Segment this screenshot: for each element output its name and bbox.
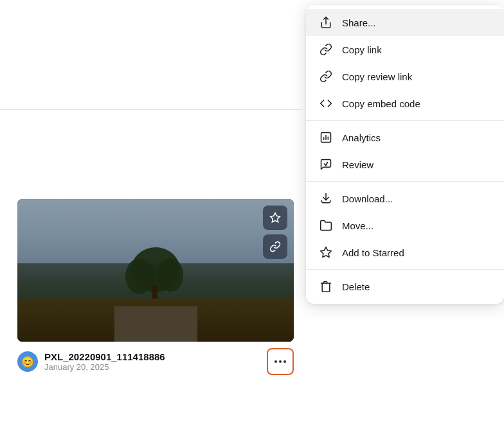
card-info: PXL_20220901_111418886 January 20, 2025 bbox=[44, 351, 260, 372]
menu-item-copy-embed-code[interactable]: Copy embed code bbox=[306, 90, 504, 117]
menu-label-move: Move... bbox=[342, 220, 374, 231]
menu-item-copy-review-link[interactable]: Copy review link bbox=[306, 63, 504, 90]
menu-label-add-to-starred: Add to Starred bbox=[342, 247, 404, 258]
code-icon bbox=[319, 96, 333, 110]
menu-label-download: Download... bbox=[342, 193, 393, 204]
more-button[interactable] bbox=[267, 348, 294, 375]
menu-label-share: Share... bbox=[342, 17, 376, 28]
left-panel: 😊 PXL_20220901_111418886 January 20, 202… bbox=[0, 0, 302, 447]
svg-marker-11 bbox=[321, 247, 332, 258]
menu-label-copy-review-link: Copy review link bbox=[342, 71, 412, 82]
download-icon bbox=[319, 191, 333, 206]
divider-top bbox=[0, 109, 302, 110]
file-date: January 20, 2025 bbox=[44, 362, 260, 372]
analytics-icon bbox=[319, 130, 333, 145]
link-button[interactable] bbox=[263, 234, 287, 259]
trash-icon bbox=[319, 279, 333, 294]
more-dot-1 bbox=[274, 360, 277, 363]
star-icon bbox=[319, 245, 333, 259]
copy-review-link-icon bbox=[319, 69, 333, 83]
menu-label-review: Review bbox=[342, 159, 374, 170]
image-road bbox=[114, 306, 197, 342]
image-tree-svg bbox=[120, 244, 191, 302]
menu-label-copy-embed-code: Copy embed code bbox=[342, 98, 420, 109]
svg-marker-4 bbox=[271, 213, 280, 222]
copy-link-icon bbox=[319, 42, 333, 57]
share-icon bbox=[319, 15, 333, 30]
divider-1 bbox=[306, 120, 504, 121]
image-thumbnail bbox=[17, 199, 294, 342]
menu-item-move[interactable]: Move... bbox=[306, 212, 504, 239]
divider-2 bbox=[306, 181, 504, 182]
image-background bbox=[17, 199, 294, 342]
menu-label-analytics: Analytics bbox=[342, 132, 381, 143]
avatar: 😊 bbox=[17, 351, 38, 372]
star-button[interactable] bbox=[263, 206, 287, 230]
menu-item-delete[interactable]: Delete bbox=[306, 273, 504, 300]
menu-item-analytics[interactable]: Analytics bbox=[306, 124, 504, 151]
menu-item-review[interactable]: Review bbox=[306, 151, 504, 178]
menu-label-delete: Delete bbox=[342, 281, 370, 292]
image-card: 😊 PXL_20220901_111418886 January 20, 202… bbox=[17, 199, 294, 381]
menu-item-add-to-starred[interactable]: Add to Starred bbox=[306, 239, 504, 266]
card-footer: 😊 PXL_20220901_111418886 January 20, 202… bbox=[17, 342, 294, 381]
review-icon bbox=[319, 157, 333, 171]
file-name: PXL_20220901_111418886 bbox=[44, 351, 260, 362]
move-icon bbox=[319, 218, 333, 232]
menu-item-share[interactable]: Share... bbox=[306, 9, 504, 36]
menu-item-copy-link[interactable]: Copy link bbox=[306, 36, 504, 63]
menu-item-download[interactable]: Download... bbox=[306, 185, 504, 212]
menu-label-copy-link: Copy link bbox=[342, 44, 382, 55]
svg-point-1 bbox=[125, 258, 154, 294]
svg-point-2 bbox=[158, 258, 183, 292]
context-menu: Share... Copy link Copy review link Copy bbox=[306, 5, 504, 304]
more-dot-2 bbox=[279, 360, 282, 363]
divider-3 bbox=[306, 269, 504, 270]
more-dot-3 bbox=[284, 360, 286, 363]
